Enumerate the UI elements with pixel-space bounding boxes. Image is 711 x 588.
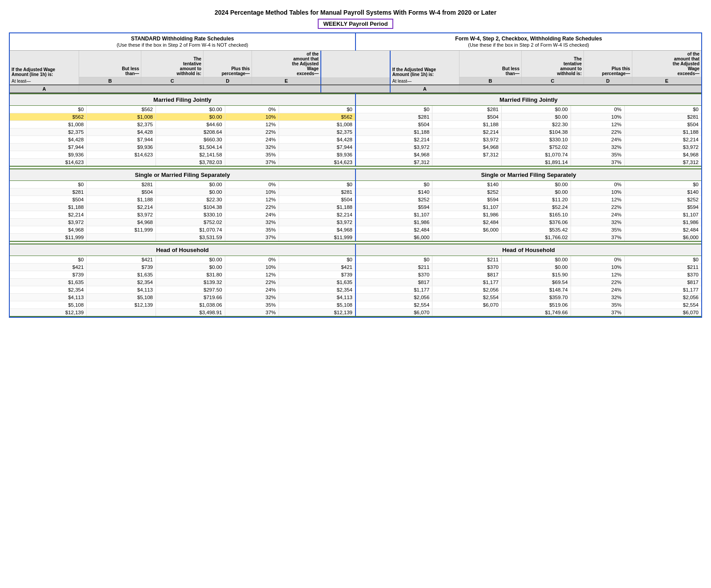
- left-panel-header: STANDARD Withholding Rate Schedules (Use…: [13, 36, 352, 48]
- table-row: $281 $504 $0.00 10% $281 $140 $252 $0.00…: [10, 188, 701, 196]
- table-row: $2,354 $4,113 $297.50 24% $2,354 $1,177 …: [10, 286, 701, 294]
- table-row: $0 $421 $0.00 0% $0 $0 $211 $0.00 0% $0: [10, 256, 701, 264]
- table-row: $14,623 $3,782.03 37% $14,623 $7,312 $1,…: [10, 159, 701, 167]
- table-row: $5,108 $12,139 $1,038.06 35% $5,108 $2,5…: [10, 301, 701, 309]
- section-title-row: Married Filing Jointly Married Filing Jo…: [10, 94, 701, 106]
- table-row: $504 $1,188 $22.30 12% $504 $252 $594 $1…: [10, 196, 701, 204]
- table-row: $421 $739 $0.00 10% $421 $211 $370 $0.00…: [10, 264, 701, 271]
- table-row: $1,008 $2,375 $44.60 12% $1,008 $504 $1,…: [10, 121, 701, 128]
- col-d-header-right: Plus thispercentage—: [586, 66, 630, 76]
- col-e-header-left: of theamount thatthe AdjustedWageexceeds…: [254, 52, 319, 76]
- col-a-header-right: If the Adjusted WageAmount (line 1h) is:: [392, 67, 457, 77]
- table-row: $1,635 $2,354 $139.32 22% $1,635 $817 $1…: [10, 279, 701, 286]
- table-row: $1,188 $2,214 $104.38 22% $1,188 $594 $1…: [10, 204, 701, 211]
- table-row: $12,139 $3,498.91 37% $12,139 $6,070 $1,…: [10, 309, 701, 317]
- table-row: $3,972 $4,968 $752.02 32% $3,972 $1,986 …: [10, 219, 701, 226]
- col-a-header-left: If the Adjusted WageAmount (line 1h) is:: [12, 67, 77, 77]
- table-row: $9,936 $14,623 $2,141.58 35% $9,936 $4,9…: [10, 151, 701, 159]
- weekly-badge: WEEKLY Payroll Period: [318, 19, 393, 29]
- main-container: STANDARD Withholding Rate Schedules (Use…: [9, 32, 702, 318]
- table-row: $2,214 $3,972 $330.10 24% $2,214 $1,107 …: [10, 211, 701, 219]
- col-c-header-right: Thetentativeamount towithhold is:: [523, 56, 582, 76]
- section-title-row: Head of Household Head of Household: [10, 244, 701, 256]
- col-e-header-right: of theamount thatthe AdjustedWageexceeds…: [634, 52, 699, 76]
- table-row: $11,999 $3,531.59 37% $11,999 $6,000 $1,…: [10, 234, 701, 242]
- right-panel-header: Form W-4, Step 2, Checkbox, Withholding …: [359, 36, 698, 48]
- table-row: $4,968 $11,999 $1,070.74 35% $4,968 $2,4…: [10, 226, 701, 234]
- table-row: $0 $562 $0.00 0% $0 $0 $281 $0.00 0% $0: [10, 106, 701, 113]
- section-title-row: Single or Married Filing Separately Sing…: [10, 169, 701, 181]
- col-c-header-left: Thetentativeamount towithhold is:: [143, 56, 201, 76]
- table-row: $0 $281 $0.00 0% $0 $0 $140 $0.00 0% $0: [10, 181, 701, 188]
- col-d-header-left: Plus thispercentage—: [205, 66, 250, 76]
- table-row: $7,944 $9,936 $1,504.14 32% $7,944 $3,97…: [10, 144, 701, 151]
- table-row: $739 $1,635 $31.80 12% $739 $370 $817 $1…: [10, 271, 701, 279]
- page-title: 2024 Percentage Method Tables for Manual…: [9, 9, 702, 16]
- table-row: $4,428 $7,944 $660.30 24% $4,428 $2,214 …: [10, 136, 701, 144]
- table-row: $562 $1,008 $0.00 10% $562 $281 $504 $0.…: [10, 113, 701, 121]
- table-row: $2,375 $4,428 $208.64 22% $2,375 $1,188 …: [10, 128, 701, 136]
- col-b-header-right: But lessthan—: [461, 66, 519, 76]
- col-b-header-left: But lessthan—: [81, 66, 139, 76]
- table-row: $4,113 $5,108 $719.66 32% $4,113 $2,056 …: [10, 294, 701, 301]
